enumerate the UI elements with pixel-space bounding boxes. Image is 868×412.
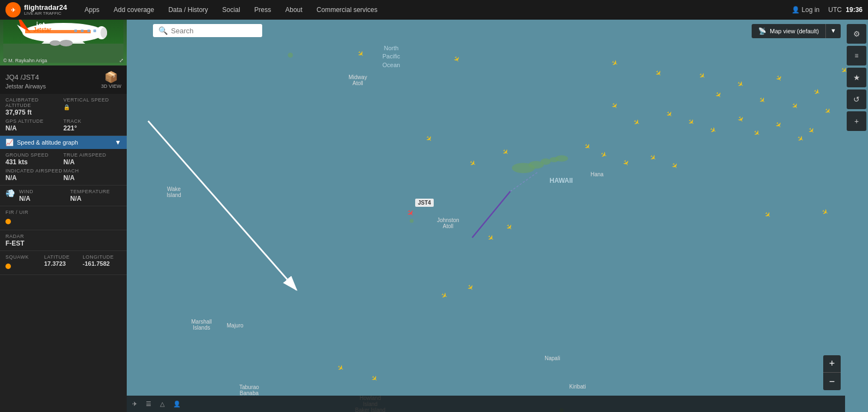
map-view-icon: 📡 (758, 27, 766, 35)
fir-dot-icon (5, 219, 11, 224)
bottom-user-tool[interactable]: 👤 (173, 401, 181, 408)
search-input[interactable] (171, 27, 257, 35)
longitude-value: -161.7582 (82, 260, 121, 267)
indicated-mach-row: INDICATED AIRSPEED N/A MACH N/A (0, 167, 127, 183)
sidebar-data-scroll[interactable]: CALIBRATED ALTITUDE 37,975 ft VERTICAL S… (0, 94, 127, 412)
speed-graph-toggle[interactable]: 📈 Speed & altitude graph ▼ (0, 136, 127, 149)
login-button[interactable]: 👤 Log in (792, 6, 820, 14)
zoom-out-button[interactable]: − (823, 373, 841, 390)
wind-temp-row: 💨 WIND N/A TEMPERATURE N/A (0, 188, 127, 204)
3d-icon: 📦 (104, 70, 118, 83)
nav-add-coverage[interactable]: Add coverage (107, 0, 161, 20)
mach-label: MACH (63, 168, 121, 174)
utc-time: UTC 19:36 (828, 6, 863, 14)
true-airspeed-col: TRUE AIRSPEED N/A (63, 152, 121, 166)
search-container: 🔍 (153, 24, 262, 37)
gps-track-row: GPS ALTITUDE N/A TRACK 221° (0, 117, 127, 133)
squawk-label: SQUAWK (5, 254, 44, 260)
radar-value: F-EST (5, 240, 121, 247)
track-value: 221° (63, 124, 121, 132)
photo-expand-button[interactable]: ⤢ (119, 57, 123, 63)
squawk-dot-icon (5, 264, 11, 269)
lock-icon: 🔒 (63, 104, 70, 110)
map-view-label: Map view (default) (770, 28, 819, 34)
map-view-main-button[interactable]: 📡 Map view (default) (752, 24, 825, 38)
longitude-col: LONGITUDE -161.7582 (82, 254, 121, 271)
layers-button[interactable]: ≡ (847, 46, 866, 65)
flight-callsign: /JST4 (19, 73, 39, 81)
speed-graph-left: 📈 Speed & altitude graph (5, 139, 78, 146)
search-box[interactable]: 🔍 (153, 24, 262, 37)
map-area[interactable]: NorthPacificOcean MidwayAtoll WakeIsland… (0, 20, 868, 412)
flight-airline: Jetstar Airways (5, 83, 46, 89)
nav-data-history[interactable]: Data / History (162, 0, 215, 20)
wind-col: WIND N/A (19, 189, 70, 202)
svg-rect-32 (81, 29, 84, 32)
vertical-speed-value: 🔒 (63, 103, 121, 111)
map-view-button: 📡 Map view (default) ▼ (752, 24, 841, 38)
track-col: TRACK 221° (63, 118, 121, 132)
svg-point-6 (410, 219, 414, 223)
svg-point-3 (541, 158, 551, 165)
fir-indicator (5, 217, 121, 226)
ground-true-airspeed-row: GROUND SPEED 431 kts TRUE AIRSPEED N/A (0, 151, 127, 167)
altitude-section: CALIBRATED ALTITUDE 37,975 ft VERTICAL S… (0, 94, 127, 136)
nav-right: 👤 Log in UTC 19:36 (792, 6, 863, 14)
map-view-dropdown-button[interactable]: ▼ (825, 24, 841, 38)
gps-altitude-col: GPS ALTITUDE N/A (5, 118, 63, 132)
latitude-value: 17.3723 (44, 260, 83, 267)
radar-section: RADAR F-EST (0, 230, 127, 251)
altitude-row: CALIBRATED ALTITUDE 37,975 ft VERTICAL S… (0, 96, 127, 117)
bottom-menu-tool[interactable]: ☰ (146, 401, 151, 408)
vertical-speed-col: VERTICAL SPEED 🔒 (63, 97, 121, 116)
latitude-label: LATITUDE (44, 254, 83, 260)
nav-about[interactable]: About (279, 0, 309, 20)
zoom-in-button[interactable]: + (823, 355, 841, 373)
view-3d-button[interactable]: 📦 3D VIEW (101, 70, 121, 89)
nav-apps[interactable]: Apps (78, 0, 106, 20)
svg-point-7 (288, 52, 293, 57)
mach-col: MACH N/A (63, 168, 121, 182)
search-icon: 🔍 (158, 26, 168, 35)
calibrated-altitude-label: CALIBRATED ALTITUDE (5, 97, 63, 108)
svg-rect-31 (74, 29, 77, 32)
logo[interactable]: ✈ flightradar24 LIVE AIR TRAFFIC (5, 2, 67, 17)
app-name: flightradar24 (24, 4, 67, 11)
graph-icon: 📈 (5, 139, 14, 146)
app-sub: LIVE AIR TRAFFIC (24, 11, 67, 16)
longitude-label: LONGITUDE (82, 254, 121, 260)
gps-altitude-label: GPS ALTITUDE (5, 118, 63, 124)
photo-credit: © M. Raykahn Ariga (3, 58, 47, 63)
nav-commercial[interactable]: Commercial services (310, 0, 384, 20)
speed-graph-label: Speed & altitude graph (17, 139, 78, 146)
favorites-button[interactable]: ★ (847, 68, 866, 87)
settings-button[interactable]: ⚙ (847, 24, 866, 44)
gps-altitude-value: N/A (5, 124, 63, 132)
temperature-label: TEMPERATURE (70, 189, 122, 194)
wind-section: 💨 WIND N/A TEMPERATURE N/A (0, 186, 127, 206)
wind-value: N/A (19, 195, 70, 202)
bottom-alerts-tool[interactable]: △ (160, 401, 164, 408)
svg-point-29 (60, 40, 73, 46)
fir-label: FIR / UIR (5, 210, 121, 215)
calibrated-altitude-col: CALIBRATED ALTITUDE 37,975 ft (5, 97, 63, 116)
zoom-controls: + − (823, 355, 841, 390)
top-navigation: ✈ flightradar24 LIVE AIR TRAFFIC Apps Ad… (0, 0, 868, 20)
calibrated-altitude-value: 37,975 ft (5, 109, 63, 116)
flight-id: JQ4 /JST4 (5, 70, 46, 82)
fir-col: FIR / UIR (5, 210, 121, 226)
temperature-value: N/A (70, 195, 122, 202)
svg-text:jet: jet (36, 21, 45, 29)
squawk-col: SQUAWK (5, 254, 44, 271)
sidebar: Jetstar jet ✕ © M. Raykahn Ariga ⤢ JQ4 /… (0, 0, 127, 412)
mach-value: N/A (63, 174, 121, 182)
svg-rect-33 (87, 29, 90, 32)
nav-press[interactable]: Press (248, 0, 278, 20)
bottom-flights-tool[interactable]: ✈ (132, 401, 137, 408)
add-button[interactable]: + (847, 111, 866, 131)
nav-social[interactable]: Social (216, 0, 247, 20)
wind-icon-col: 💨 (5, 189, 19, 202)
fir-row: FIR / UIR (0, 208, 127, 228)
temperature-col: TEMPERATURE N/A (70, 189, 122, 202)
refresh-button[interactable]: ↺ (847, 89, 866, 109)
